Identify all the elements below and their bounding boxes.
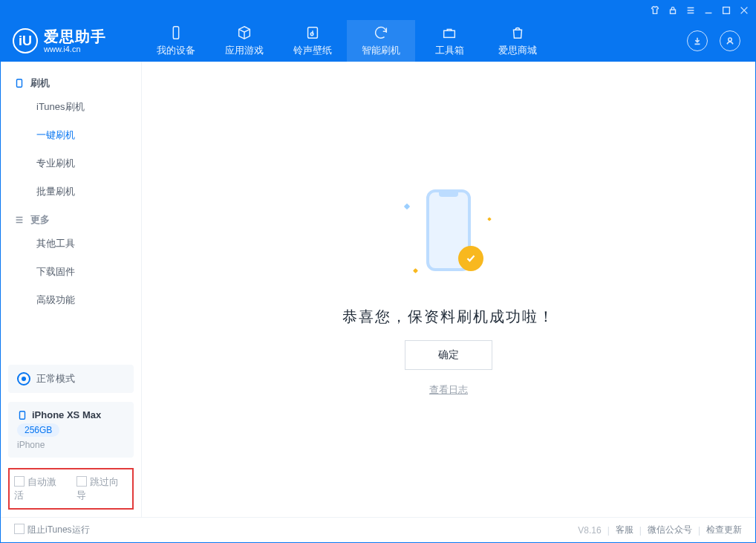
ok-button[interactable]: 确定 (405, 340, 492, 370)
svg-rect-7 (17, 79, 22, 88)
brand-site: www.i4.cn (44, 45, 106, 53)
sidebar-item-onekey[interactable]: 一键刷机 (1, 121, 141, 149)
close-icon[interactable] (739, 5, 749, 16)
tab-device[interactable]: 我的设备 (142, 20, 210, 62)
sidebar-item-itunes[interactable]: iTunes刷机 (1, 93, 141, 121)
sidebar-item-other[interactable]: 其他工具 (1, 230, 141, 258)
tab-store[interactable]: 爱思商城 (483, 20, 552, 62)
success-headline: 恭喜您，保资料刷机成功啦！ (342, 307, 555, 327)
cube-icon (236, 25, 252, 41)
tab-label: 智能刷机 (362, 44, 400, 57)
brand[interactable]: iU 爱思助手 www.i4.cn (1, 20, 142, 62)
maximize-icon[interactable] (721, 5, 731, 16)
sidebar-item-pro[interactable]: 专业刷机 (1, 149, 141, 178)
sidebar-group-label: 刷机 (30, 77, 50, 90)
refresh-icon (373, 25, 389, 41)
mode-indicator[interactable]: 正常模式 (8, 365, 134, 393)
svg-rect-0 (671, 10, 676, 13)
view-log-link[interactable]: 查看日志 (429, 383, 468, 397)
sidebar-item-batch[interactable]: 批量刷机 (1, 178, 141, 206)
skip-guide-checkbox[interactable]: 跳过向导 (76, 475, 128, 502)
options-row: 自动激活 跳过向导 (8, 468, 134, 510)
tab-label: 工具箱 (435, 44, 464, 57)
tab-flash[interactable]: 智能刷机 (347, 20, 415, 62)
sidebar: 刷机 iTunes刷机 一键刷机 专业刷机 批量刷机 更多 其他工具 下载固件 … (1, 62, 142, 517)
phone-icon (14, 78, 25, 88)
bag-icon (509, 25, 526, 41)
auto-activate-checkbox[interactable]: 自动激活 (14, 475, 66, 502)
list-icon (14, 215, 25, 225)
tab-label: 应用游戏 (225, 44, 264, 57)
svg-point-6 (729, 38, 731, 41)
version-label: V8.16 (578, 525, 601, 536)
tab-label: 我的设备 (157, 44, 195, 57)
lock-icon[interactable] (668, 5, 678, 16)
status-bar: 阻止iTunes运行 V8.16 | 客服 | 微信公众号 | 检查更新 (1, 517, 755, 542)
svg-rect-5 (444, 30, 455, 37)
svg-rect-8 (20, 411, 25, 419)
menu-icon[interactable] (685, 5, 696, 16)
sidebar-item-firmware[interactable]: 下载固件 (1, 258, 141, 286)
device-platform: iPhone (17, 440, 125, 450)
svg-point-4 (310, 33, 313, 36)
sidebar-group-more: 更多 (1, 206, 141, 230)
mode-dot-icon (17, 372, 30, 386)
device-icon (168, 25, 184, 41)
music-icon (304, 25, 321, 41)
brand-logo-icon: iU (13, 28, 38, 53)
sidebar-item-advanced[interactable]: 高级功能 (1, 286, 141, 314)
tab-apps[interactable]: 应用游戏 (210, 20, 278, 62)
device-name: iPhone XS Max (32, 409, 101, 420)
svg-rect-2 (173, 27, 178, 39)
brand-name: 爱思助手 (44, 28, 106, 45)
footer-link-wx[interactable]: 微信公众号 (648, 524, 692, 536)
tab-label: 铃声壁纸 (293, 44, 332, 57)
device-capacity: 256GB (17, 423, 59, 437)
phone-icon (17, 410, 27, 420)
success-illustration (393, 182, 504, 293)
tab-ring[interactable]: 铃声壁纸 (278, 20, 347, 62)
sidebar-group-flash: 刷机 (1, 69, 141, 93)
footer-link-cs[interactable]: 客服 (616, 524, 633, 536)
device-card[interactable]: iPhone XS Max 256GB iPhone (8, 402, 134, 458)
sidebar-group-label: 更多 (30, 213, 50, 227)
main-pane: 恭喜您，保资料刷机成功啦！ 确定 查看日志 (142, 62, 755, 517)
toolbox-icon (441, 25, 457, 41)
user-button[interactable] (720, 30, 740, 51)
tab-label: 爱思商城 (498, 44, 537, 57)
minimize-icon[interactable] (703, 5, 714, 16)
tab-tools[interactable]: 工具箱 (415, 20, 483, 62)
mode-label: 正常模式 (36, 372, 75, 386)
svg-rect-1 (723, 7, 730, 14)
top-nav: iU 爱思助手 www.i4.cn 我的设备 应用游戏 铃声壁纸 智能刷机 工具… (1, 20, 755, 62)
check-badge-icon (458, 246, 483, 271)
top-tabs: 我的设备 应用游戏 铃声壁纸 智能刷机 工具箱 爱思商城 (142, 20, 552, 62)
block-itunes-checkbox[interactable]: 阻止iTunes运行 (14, 524, 90, 536)
tshirt-icon[interactable] (650, 5, 660, 16)
download-button[interactable] (687, 30, 708, 51)
footer-link-update[interactable]: 检查更新 (706, 524, 742, 536)
titlebar (1, 1, 755, 20)
